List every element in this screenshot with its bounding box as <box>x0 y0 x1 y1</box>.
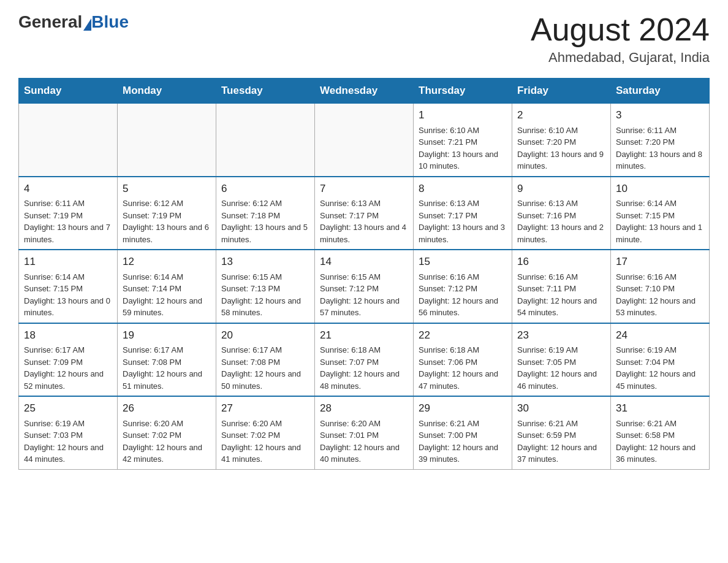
page-header: General Blue August 2024 Ahmedabad, Guja… <box>18 12 710 66</box>
calendar-week-row: 18Sunrise: 6:17 AMSunset: 7:09 PMDayligh… <box>19 323 710 397</box>
day-info: Sunset: 7:17 PM <box>419 210 507 222</box>
day-info: Daylight: 12 hours and 53 minutes. <box>616 295 704 319</box>
day-info: Daylight: 13 hours and 1 minute. <box>616 221 704 245</box>
day-info: Sunrise: 6:11 AM <box>616 124 704 137</box>
day-info: Sunset: 7:10 PM <box>616 283 704 295</box>
day-info: Daylight: 12 hours and 48 minutes. <box>320 368 408 392</box>
day-number: 19 <box>123 327 211 343</box>
day-info: Sunset: 7:20 PM <box>616 136 704 148</box>
day-info: Sunset: 7:20 PM <box>517 136 605 148</box>
day-info: Sunset: 6:58 PM <box>616 429 704 442</box>
day-info: Sunrise: 6:16 AM <box>419 271 507 283</box>
day-number: 30 <box>517 400 605 416</box>
day-number: 11 <box>24 254 112 270</box>
day-info: Sunrise: 6:20 AM <box>320 418 408 430</box>
day-info: Sunrise: 6:18 AM <box>320 344 408 356</box>
day-info: Sunset: 7:18 PM <box>221 210 309 222</box>
day-number: 26 <box>123 400 211 416</box>
day-number: 29 <box>419 400 507 416</box>
calendar-week-row: 11Sunrise: 6:14 AMSunset: 7:15 PMDayligh… <box>19 250 710 323</box>
calendar-cell: 26Sunrise: 6:20 AMSunset: 7:02 PMDayligh… <box>118 396 216 469</box>
day-number: 7 <box>320 181 408 197</box>
day-info: Sunrise: 6:13 AM <box>517 197 605 210</box>
calendar-cell: 27Sunrise: 6:20 AMSunset: 7:02 PMDayligh… <box>216 396 315 469</box>
calendar-week-row: 25Sunrise: 6:19 AMSunset: 7:03 PMDayligh… <box>19 396 710 469</box>
day-info: Sunrise: 6:11 AM <box>24 197 112 210</box>
day-number: 12 <box>123 254 211 270</box>
day-info: Sunrise: 6:20 AM <box>123 418 211 430</box>
day-info: Sunrise: 6:18 AM <box>419 344 507 356</box>
calendar-cell: 1Sunrise: 6:10 AMSunset: 7:21 PMDaylight… <box>414 104 512 177</box>
calendar-cell: 22Sunrise: 6:18 AMSunset: 7:06 PMDayligh… <box>414 323 512 397</box>
day-info: Sunset: 7:21 PM <box>419 136 507 148</box>
day-info: Daylight: 12 hours and 39 minutes. <box>419 442 507 465</box>
day-number: 5 <box>123 181 211 197</box>
day-info: Sunrise: 6:10 AM <box>517 124 605 137</box>
weekday-header-saturday: Saturday <box>611 79 710 104</box>
day-info: Daylight: 12 hours and 40 minutes. <box>320 442 408 465</box>
day-info: Daylight: 13 hours and 10 minutes. <box>419 148 507 172</box>
day-number: 15 <box>419 254 507 270</box>
day-number: 18 <box>24 327 112 343</box>
day-number: 14 <box>320 254 408 270</box>
day-info: Daylight: 12 hours and 52 minutes. <box>24 368 112 392</box>
day-info: Sunrise: 6:13 AM <box>419 197 507 210</box>
day-info: Sunset: 7:11 PM <box>517 283 605 295</box>
calendar-title-block: August 2024 Ahmedabad, Gujarat, India <box>531 12 710 66</box>
calendar-cell <box>19 104 118 177</box>
day-info: Sunset: 7:07 PM <box>320 356 408 369</box>
day-info: Sunset: 7:03 PM <box>24 429 112 442</box>
day-info: Daylight: 12 hours and 57 minutes. <box>320 295 408 319</box>
day-info: Sunset: 7:01 PM <box>320 429 408 442</box>
day-info: Sunset: 7:15 PM <box>616 210 704 222</box>
day-info: Sunrise: 6:19 AM <box>24 418 112 430</box>
day-info: Sunset: 7:16 PM <box>517 210 605 222</box>
day-info: Daylight: 13 hours and 0 minutes. <box>24 295 112 319</box>
day-info: Sunset: 7:12 PM <box>320 283 408 295</box>
day-number: 23 <box>517 327 605 343</box>
day-info: Sunset: 7:15 PM <box>24 283 112 295</box>
calendar-table: SundayMondayTuesdayWednesdayThursdayFrid… <box>18 78 710 470</box>
day-info: Sunrise: 6:17 AM <box>24 344 112 356</box>
day-info: Daylight: 13 hours and 8 minutes. <box>616 148 704 172</box>
day-info: Daylight: 12 hours and 50 minutes. <box>221 368 309 392</box>
day-info: Sunrise: 6:20 AM <box>221 418 309 430</box>
day-info: Sunrise: 6:19 AM <box>517 344 605 356</box>
day-info: Sunrise: 6:16 AM <box>517 271 605 283</box>
day-info: Daylight: 12 hours and 41 minutes. <box>221 442 309 465</box>
calendar-cell: 10Sunrise: 6:14 AMSunset: 7:15 PMDayligh… <box>611 177 710 250</box>
day-info: Sunrise: 6:14 AM <box>616 197 704 210</box>
day-info: Sunset: 7:04 PM <box>616 356 704 369</box>
day-info: Sunset: 7:06 PM <box>419 356 507 369</box>
day-info: Sunset: 7:02 PM <box>123 429 211 442</box>
calendar-cell: 16Sunrise: 6:16 AMSunset: 7:11 PMDayligh… <box>512 250 611 323</box>
day-number: 17 <box>616 254 704 270</box>
day-info: Daylight: 12 hours and 42 minutes. <box>123 442 211 465</box>
day-info: Daylight: 12 hours and 37 minutes. <box>517 442 605 465</box>
weekday-header-monday: Monday <box>118 79 216 104</box>
calendar-cell: 2Sunrise: 6:10 AMSunset: 7:20 PMDaylight… <box>512 104 611 177</box>
day-info: Sunset: 7:13 PM <box>221 283 309 295</box>
day-info: Daylight: 12 hours and 36 minutes. <box>616 442 704 465</box>
day-info: Sunrise: 6:10 AM <box>419 124 507 137</box>
day-number: 4 <box>24 181 112 197</box>
day-number: 25 <box>24 400 112 416</box>
day-info: Sunset: 7:09 PM <box>24 356 112 369</box>
calendar-cell: 21Sunrise: 6:18 AMSunset: 7:07 PMDayligh… <box>315 323 414 397</box>
day-info: Sunset: 7:19 PM <box>24 210 112 222</box>
day-number: 9 <box>517 181 605 197</box>
day-info: Sunrise: 6:13 AM <box>320 197 408 210</box>
day-info: Daylight: 13 hours and 7 minutes. <box>24 221 112 245</box>
day-number: 20 <box>221 327 309 343</box>
weekday-header-sunday: Sunday <box>19 79 118 104</box>
calendar-cell: 9Sunrise: 6:13 AMSunset: 7:16 PMDaylight… <box>512 177 611 250</box>
day-info: Daylight: 12 hours and 45 minutes. <box>616 368 704 392</box>
day-number: 8 <box>419 181 507 197</box>
calendar-cell: 6Sunrise: 6:12 AMSunset: 7:18 PMDaylight… <box>216 177 315 250</box>
day-info: Daylight: 13 hours and 9 minutes. <box>517 148 605 172</box>
day-info: Sunset: 7:19 PM <box>123 210 211 222</box>
day-info: Sunset: 7:08 PM <box>123 356 211 369</box>
logo-blue-text: Blue <box>91 12 129 32</box>
calendar-header-row: SundayMondayTuesdayWednesdayThursdayFrid… <box>19 79 710 104</box>
logo: General Blue <box>18 12 129 32</box>
